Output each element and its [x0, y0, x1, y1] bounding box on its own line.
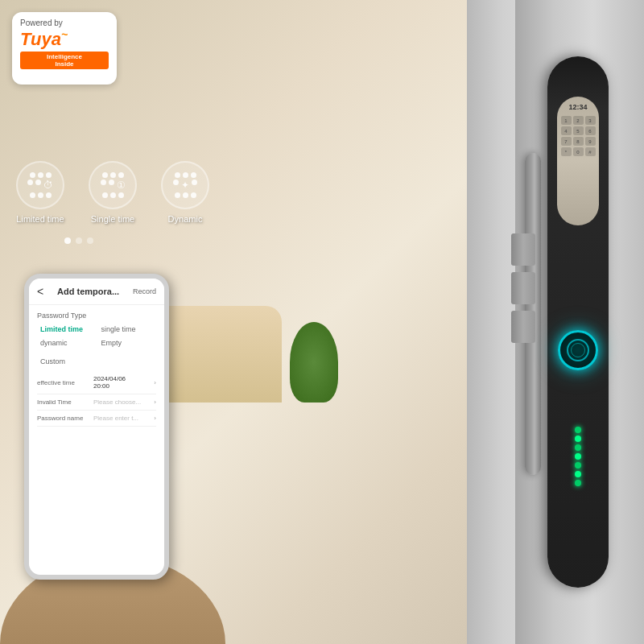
icon-dot — [27, 180, 33, 185]
icon-dot — [101, 180, 106, 185]
back-button[interactable]: < — [37, 285, 43, 298]
icon-dot — [38, 172, 43, 178]
bolt-1 — [511, 233, 535, 266]
icon-dot — [173, 180, 179, 185]
led-3 — [575, 444, 581, 451]
pt-single-time[interactable]: single time — [98, 324, 157, 335]
key-6[interactable]: 6 — [585, 126, 596, 135]
single-time-label: Single time — [91, 214, 134, 224]
key-8[interactable]: 8 — [573, 137, 584, 146]
password-name-field[interactable]: Password name Please enter t... › — [37, 411, 156, 427]
app-header: < Add tempora... Record — [29, 279, 164, 305]
single-time-icon: ① — [89, 161, 137, 209]
led-6 — [575, 471, 581, 477]
icon-dot — [175, 192, 180, 198]
pt-empty[interactable]: Empty — [98, 337, 157, 349]
password-type-grid: Limited time single time dynamic Empty — [37, 324, 156, 349]
icon-dot — [183, 172, 188, 178]
phone-mockup: < Add tempora... Record Password Type Li… — [24, 274, 169, 580]
led-strip — [572, 427, 584, 491]
feature-dynamic: ✦ Dynamic — [161, 161, 209, 224]
icon-dot — [102, 172, 108, 178]
bolt-2 — [511, 272, 535, 304]
fingerprint-inner-ring — [571, 343, 585, 357]
pt-dynamic[interactable]: dynamic — [37, 337, 96, 349]
led-1 — [575, 427, 581, 433]
password-name-placeholder: Please enter t... — [93, 415, 154, 422]
icon-dot — [192, 180, 197, 185]
key-star[interactable]: * — [561, 147, 572, 156]
smart-lock-device: 12:34 1 2 3 4 5 6 7 8 9 * 0 # — [539, 32, 620, 612]
key-5[interactable]: 5 — [573, 126, 584, 135]
left-panel: Powered by Tuya~ IntelligenceInside — [0, 0, 346, 644]
fingerprint-scanner[interactable] — [558, 330, 598, 370]
limited-time-label: Limited time — [16, 214, 64, 224]
dot-1[interactable] — [64, 237, 71, 244]
icon-dot — [183, 192, 188, 198]
invalid-time-field[interactable]: Invalid Time Please choose... › — [37, 394, 156, 411]
icon-dot — [191, 172, 196, 178]
icon-dot — [109, 180, 114, 185]
bolt-3 — [511, 311, 535, 343]
key-4[interactable]: 4 — [561, 126, 572, 135]
dots-indicator — [64, 237, 93, 244]
feature-single-time: ① Single time — [89, 161, 137, 224]
phone-screen: < Add tempora... Record Password Type Li… — [29, 279, 164, 575]
app-title: Add tempora... — [57, 287, 119, 296]
password-name-label: Password name — [37, 415, 93, 422]
key-7[interactable]: 7 — [561, 137, 572, 146]
icon-dot — [46, 172, 52, 178]
lock-time: 12:34 — [568, 103, 587, 111]
invalid-time-label: Invalid Time — [37, 398, 93, 406]
features-row: ⏱ Limited time — [16, 161, 209, 224]
icon-dot — [46, 192, 52, 198]
led-4 — [575, 453, 581, 460]
fingerprint-icon — [567, 339, 589, 361]
icon-dot — [175, 172, 180, 178]
key-0[interactable]: 0 — [573, 147, 584, 156]
field-arrow-3-icon: › — [154, 415, 156, 422]
single-time-icon-inner: ① — [101, 172, 126, 198]
led-5 — [575, 462, 581, 469]
limited-time-icon-inner: ⏱ — [27, 172, 53, 198]
keypad: 1 2 3 4 5 6 7 8 9 * 0 # — [559, 114, 597, 158]
field-arrow-2-icon: › — [154, 398, 156, 406]
dot-2[interactable] — [76, 237, 82, 244]
dot-3[interactable] — [87, 237, 93, 244]
app-content: Password Type Limited time single time d… — [29, 305, 164, 433]
pt-custom[interactable]: Custom — [37, 356, 68, 367]
invalid-time-placeholder: Please choose... — [93, 398, 154, 406]
led-7 — [575, 480, 581, 486]
bolt-mechanism — [507, 233, 535, 411]
key-1[interactable]: 1 — [561, 116, 572, 125]
lock-body: 12:34 1 2 3 4 5 6 7 8 9 * 0 # — [547, 56, 609, 588]
icon-dot — [118, 192, 124, 198]
key-3[interactable]: 3 — [585, 116, 596, 125]
key-9[interactable]: 9 — [585, 137, 596, 146]
lock-screen: 12:34 1 2 3 4 5 6 7 8 9 * 0 # — [557, 97, 599, 225]
section-label: Password Type — [37, 312, 156, 320]
intelligence-badge: IntelligenceInside — [20, 52, 109, 69]
effective-time-field[interactable]: effective time 2024/04/0620:00 › — [37, 371, 156, 394]
key-2[interactable]: 2 — [573, 116, 584, 125]
record-link[interactable]: Record — [133, 287, 156, 295]
tuya-logo: Tuya~ — [20, 29, 109, 48]
field-arrow-icon: › — [154, 379, 156, 386]
dynamic-icon: ✦ — [161, 161, 209, 209]
icon-dot — [30, 172, 35, 178]
dynamic-label: Dynamic — [168, 214, 203, 224]
icon-dot — [110, 172, 116, 178]
icon-dot — [191, 192, 196, 198]
key-hash[interactable]: # — [585, 147, 596, 156]
icon-dot — [110, 192, 116, 198]
pt-limited-time[interactable]: Limited time — [37, 324, 96, 335]
icon-dot — [35, 180, 41, 185]
effective-time-label: effective time — [37, 379, 93, 386]
icon-dot — [30, 192, 35, 198]
effective-time-value: 2024/04/0620:00 — [93, 375, 154, 390]
feature-limited-time: ⏱ Limited time — [16, 161, 64, 224]
icon-dot — [102, 192, 108, 198]
icon-dot — [118, 172, 124, 178]
powered-by-label: Powered by — [20, 19, 109, 27]
dynamic-icon-inner: ✦ — [173, 172, 197, 198]
